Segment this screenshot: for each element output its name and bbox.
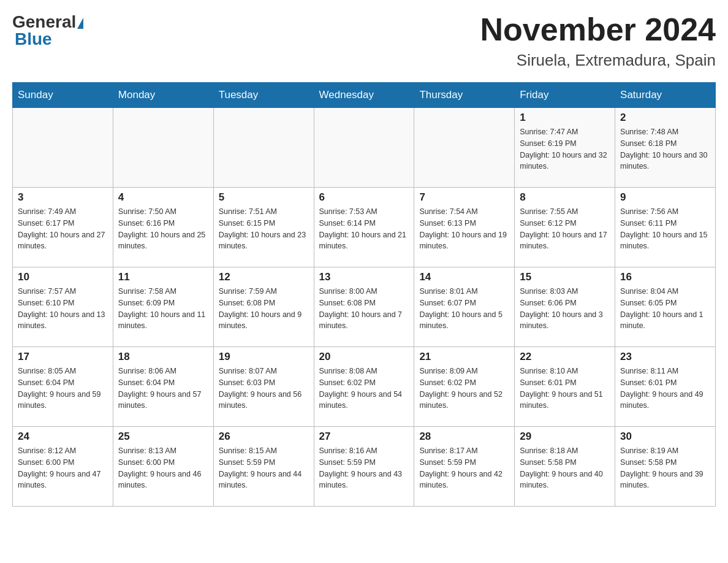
day-of-week-header: Saturday <box>615 83 716 108</box>
day-info: Sunrise: 8:04 AMSunset: 6:05 PMDaylight:… <box>620 286 710 332</box>
calendar-header-row: SundayMondayTuesdayWednesdayThursdayFrid… <box>13 83 716 108</box>
day-number: 3 <box>18 191 108 204</box>
day-info: Sunrise: 8:06 AMSunset: 6:04 PMDaylight:… <box>118 366 208 412</box>
calendar-week-row: 10Sunrise: 7:57 AMSunset: 6:10 PMDayligh… <box>13 267 716 347</box>
day-info: Sunrise: 8:07 AMSunset: 6:03 PMDaylight:… <box>219 366 309 412</box>
day-info: Sunrise: 7:49 AMSunset: 6:17 PMDaylight:… <box>18 206 108 252</box>
calendar-day-cell <box>314 108 414 188</box>
day-info: Sunrise: 7:59 AMSunset: 6:08 PMDaylight:… <box>219 286 309 332</box>
day-info: Sunrise: 8:03 AMSunset: 6:06 PMDaylight:… <box>520 286 610 332</box>
day-number: 21 <box>419 351 509 363</box>
day-number: 25 <box>118 431 208 443</box>
day-info: Sunrise: 7:54 AMSunset: 6:13 PMDaylight:… <box>419 206 509 252</box>
calendar-day-cell: 12Sunrise: 7:59 AMSunset: 6:08 PMDayligh… <box>213 267 314 347</box>
day-number: 18 <box>118 351 208 363</box>
day-number: 4 <box>118 191 208 204</box>
calendar-day-cell: 29Sunrise: 8:18 AMSunset: 5:58 PMDayligh… <box>515 427 615 507</box>
calendar-day-cell: 18Sunrise: 8:06 AMSunset: 6:04 PMDayligh… <box>113 347 213 427</box>
calendar-day-cell: 20Sunrise: 8:08 AMSunset: 6:02 PMDayligh… <box>314 347 414 427</box>
day-of-week-header: Tuesday <box>213 83 314 108</box>
calendar-day-cell: 21Sunrise: 8:09 AMSunset: 6:02 PMDayligh… <box>414 347 515 427</box>
calendar-day-cell: 7Sunrise: 7:54 AMSunset: 6:13 PMDaylight… <box>414 188 515 267</box>
day-number: 17 <box>18 351 108 363</box>
calendar-week-row: 3Sunrise: 7:49 AMSunset: 6:17 PMDaylight… <box>13 188 716 267</box>
day-number: 13 <box>319 271 409 283</box>
day-info: Sunrise: 8:00 AMSunset: 6:08 PMDaylight:… <box>319 286 409 332</box>
calendar-day-cell <box>113 108 213 188</box>
day-number: 28 <box>419 431 509 443</box>
calendar-week-row: 17Sunrise: 8:05 AMSunset: 6:04 PMDayligh… <box>13 347 716 427</box>
day-number: 26 <box>219 431 309 443</box>
day-info: Sunrise: 8:11 AMSunset: 6:01 PMDaylight:… <box>620 366 710 412</box>
calendar-day-cell: 5Sunrise: 7:51 AMSunset: 6:15 PMDaylight… <box>213 188 314 267</box>
day-info: Sunrise: 7:51 AMSunset: 6:15 PMDaylight:… <box>219 206 309 252</box>
day-of-week-header: Friday <box>515 83 615 108</box>
calendar-day-cell: 17Sunrise: 8:05 AMSunset: 6:04 PMDayligh… <box>13 347 113 427</box>
calendar-day-cell: 25Sunrise: 8:13 AMSunset: 6:00 PMDayligh… <box>113 427 213 507</box>
title-section: November 2024 Siruela, Extremadura, Spai… <box>480 12 716 70</box>
calendar-day-cell: 2Sunrise: 7:48 AMSunset: 6:18 PMDaylight… <box>615 108 716 188</box>
calendar-day-cell: 4Sunrise: 7:50 AMSunset: 6:16 PMDaylight… <box>113 188 213 267</box>
location-subtitle: Siruela, Extremadura, Spain <box>480 51 716 70</box>
page-header: General Blue November 2024 Siruela, Extr… <box>12 12 716 70</box>
logo-blue-text: Blue <box>12 29 52 49</box>
month-year-title: November 2024 <box>480 12 716 47</box>
calendar-day-cell: 1Sunrise: 7:47 AMSunset: 6:19 PMDaylight… <box>515 108 615 188</box>
day-info: Sunrise: 7:57 AMSunset: 6:10 PMDaylight:… <box>18 286 108 332</box>
day-number: 24 <box>18 431 108 443</box>
day-number: 7 <box>419 191 509 204</box>
calendar-day-cell: 6Sunrise: 7:53 AMSunset: 6:14 PMDaylight… <box>314 188 414 267</box>
day-number: 20 <box>319 351 409 363</box>
calendar-day-cell: 3Sunrise: 7:49 AMSunset: 6:17 PMDaylight… <box>13 188 113 267</box>
day-info: Sunrise: 8:17 AMSunset: 5:59 PMDaylight:… <box>419 445 509 491</box>
calendar-day-cell: 9Sunrise: 7:56 AMSunset: 6:11 PMDaylight… <box>615 188 716 267</box>
day-info: Sunrise: 8:10 AMSunset: 6:01 PMDaylight:… <box>520 366 610 412</box>
day-info: Sunrise: 8:12 AMSunset: 6:00 PMDaylight:… <box>18 445 108 491</box>
day-number: 6 <box>319 191 409 204</box>
logo-arrow-icon <box>77 18 83 29</box>
day-info: Sunrise: 7:56 AMSunset: 6:11 PMDaylight:… <box>620 206 710 252</box>
day-number: 19 <box>219 351 309 363</box>
day-number: 2 <box>620 112 710 124</box>
calendar-table: SundayMondayTuesdayWednesdayThursdayFrid… <box>12 82 716 507</box>
calendar-day-cell: 23Sunrise: 8:11 AMSunset: 6:01 PMDayligh… <box>615 347 716 427</box>
calendar-week-row: 24Sunrise: 8:12 AMSunset: 6:00 PMDayligh… <box>13 427 716 507</box>
day-info: Sunrise: 8:15 AMSunset: 5:59 PMDaylight:… <box>219 445 309 491</box>
day-number: 27 <box>319 431 409 443</box>
day-info: Sunrise: 8:19 AMSunset: 5:58 PMDaylight:… <box>620 445 710 491</box>
day-info: Sunrise: 7:53 AMSunset: 6:14 PMDaylight:… <box>319 206 409 252</box>
day-info: Sunrise: 8:01 AMSunset: 6:07 PMDaylight:… <box>419 286 509 332</box>
day-of-week-header: Thursday <box>414 83 515 108</box>
calendar-day-cell <box>414 108 515 188</box>
day-info: Sunrise: 7:50 AMSunset: 6:16 PMDaylight:… <box>118 206 208 252</box>
day-number: 10 <box>18 271 108 283</box>
calendar-day-cell: 19Sunrise: 8:07 AMSunset: 6:03 PMDayligh… <box>213 347 314 427</box>
day-number: 30 <box>620 431 710 443</box>
day-number: 15 <box>520 271 610 283</box>
day-number: 22 <box>520 351 610 363</box>
day-info: Sunrise: 7:47 AMSunset: 6:19 PMDaylight:… <box>520 126 610 172</box>
day-info: Sunrise: 7:58 AMSunset: 6:09 PMDaylight:… <box>118 286 208 332</box>
calendar-day-cell: 24Sunrise: 8:12 AMSunset: 6:00 PMDayligh… <box>13 427 113 507</box>
day-number: 1 <box>520 112 610 124</box>
calendar-day-cell <box>213 108 314 188</box>
day-info: Sunrise: 7:48 AMSunset: 6:18 PMDaylight:… <box>620 126 710 172</box>
calendar-week-row: 1Sunrise: 7:47 AMSunset: 6:19 PMDaylight… <box>13 108 716 188</box>
day-of-week-header: Sunday <box>13 83 113 108</box>
day-info: Sunrise: 8:08 AMSunset: 6:02 PMDaylight:… <box>319 366 409 412</box>
logo: General Blue <box>12 12 83 49</box>
calendar-day-cell: 15Sunrise: 8:03 AMSunset: 6:06 PMDayligh… <box>515 267 615 347</box>
calendar-day-cell: 10Sunrise: 7:57 AMSunset: 6:10 PMDayligh… <box>13 267 113 347</box>
day-info: Sunrise: 8:13 AMSunset: 6:00 PMDaylight:… <box>118 445 208 491</box>
day-info: Sunrise: 8:16 AMSunset: 5:59 PMDaylight:… <box>319 445 409 491</box>
day-number: 16 <box>620 271 710 283</box>
day-of-week-header: Monday <box>113 83 213 108</box>
calendar-day-cell: 14Sunrise: 8:01 AMSunset: 6:07 PMDayligh… <box>414 267 515 347</box>
calendar-day-cell: 13Sunrise: 8:00 AMSunset: 6:08 PMDayligh… <box>314 267 414 347</box>
day-number: 8 <box>520 191 610 204</box>
day-info: Sunrise: 8:18 AMSunset: 5:58 PMDaylight:… <box>520 445 610 491</box>
calendar-day-cell: 27Sunrise: 8:16 AMSunset: 5:59 PMDayligh… <box>314 427 414 507</box>
day-info: Sunrise: 8:05 AMSunset: 6:04 PMDaylight:… <box>18 366 108 412</box>
calendar-day-cell: 22Sunrise: 8:10 AMSunset: 6:01 PMDayligh… <box>515 347 615 427</box>
day-number: 5 <box>219 191 309 204</box>
